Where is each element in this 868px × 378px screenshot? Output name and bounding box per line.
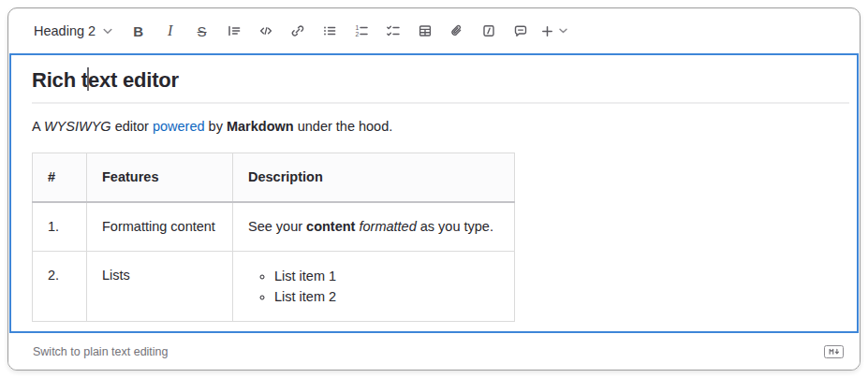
heading-style-dropdown[interactable]: Heading 2 xyxy=(31,22,115,40)
cell-description: See your content formatted as you type. xyxy=(233,202,515,252)
bullet-list-icon xyxy=(322,23,337,38)
cell-number: 2. xyxy=(33,252,87,322)
bold-icon: B xyxy=(133,24,143,38)
intro-paragraph: A WYSIWYG editor powered by Markdown und… xyxy=(32,117,836,137)
table-button[interactable] xyxy=(413,19,436,43)
cell-number: 1. xyxy=(33,202,87,252)
quick-action-icon xyxy=(481,23,496,38)
task-list-button[interactable] xyxy=(381,19,405,43)
column-header-features: Features xyxy=(87,153,233,203)
column-header-description: Description xyxy=(233,153,515,203)
bold-button[interactable]: B xyxy=(126,19,150,43)
quote-icon xyxy=(227,23,242,38)
heading-style-label: Heading 2 xyxy=(34,23,96,38)
editor-content-area[interactable]: Rich text editor A WYSIWYG editor powere… xyxy=(9,53,859,333)
link-button[interactable] xyxy=(286,19,309,43)
ordered-list-icon: 12 xyxy=(354,23,369,38)
comment-button[interactable] xyxy=(508,19,532,43)
table-header-row: # Features Description xyxy=(33,153,515,203)
attach-file-button[interactable] xyxy=(445,19,468,43)
quote-button[interactable] xyxy=(222,19,245,43)
plus-icon xyxy=(540,24,554,38)
task-list-icon xyxy=(386,23,401,38)
strikethrough-icon: S xyxy=(198,24,207,38)
strikethrough-button[interactable]: S xyxy=(190,19,213,43)
markdown-icon[interactable] xyxy=(824,345,844,358)
link-icon xyxy=(290,23,305,38)
cell-description: List item 1 List item 2 xyxy=(233,252,515,322)
italic-button[interactable]: I xyxy=(158,19,182,43)
switch-to-plain-text-link[interactable]: Switch to plain text editing xyxy=(33,345,169,358)
bullet-list: List item 1 List item 2 xyxy=(248,266,499,307)
list-item: List item 2 xyxy=(274,286,499,307)
rich-text-editor-widget: Heading 2 B I S 12 xyxy=(7,7,861,371)
bullet-list-button[interactable] xyxy=(317,19,341,43)
paperclip-icon xyxy=(449,23,464,38)
formatting-toolbar: Heading 2 B I S 12 xyxy=(8,8,860,53)
ordered-list-button[interactable]: 12 xyxy=(349,19,373,43)
chevron-down-icon xyxy=(103,28,112,35)
table-row: 1. Formatting content See your content f… xyxy=(33,202,515,252)
more-options-button[interactable] xyxy=(540,19,567,43)
quick-action-button[interactable] xyxy=(477,19,500,43)
editor-footer: Switch to plain text editing xyxy=(8,333,860,370)
column-header-number: # xyxy=(33,153,87,203)
svg-text:2: 2 xyxy=(355,31,359,37)
chevron-down-icon xyxy=(559,28,567,34)
code-button[interactable] xyxy=(254,19,277,43)
table-row: 2. Lists List item 1 List item 2 xyxy=(33,252,515,322)
italic-icon: I xyxy=(168,23,172,38)
code-icon xyxy=(258,23,273,38)
cell-feature: Lists xyxy=(87,252,233,322)
svg-text:1: 1 xyxy=(355,24,359,31)
table-icon xyxy=(418,23,433,38)
cell-feature: Formatting content xyxy=(87,202,233,252)
powered-link[interactable]: powered xyxy=(153,119,205,134)
content-table: # Features Description 1. Formatting con… xyxy=(32,153,515,322)
comment-icon xyxy=(513,23,528,38)
page-title: Rich text editor xyxy=(32,67,849,104)
list-item: List item 1 xyxy=(274,266,499,286)
